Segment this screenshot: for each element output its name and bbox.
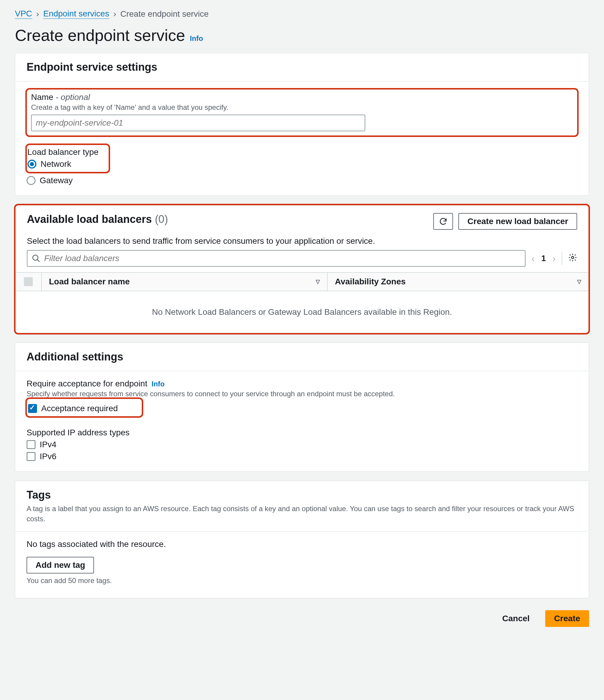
- name-optional-text: - optional: [55, 93, 90, 102]
- breadcrumb-current: Create endpoint service: [120, 9, 208, 19]
- name-input[interactable]: [31, 115, 365, 131]
- highlight-acceptance-required: Acceptance required: [25, 397, 143, 418]
- lb-type-network-label: Network: [41, 159, 71, 169]
- cancel-button[interactable]: Cancel: [494, 610, 538, 627]
- tags-panel: Tags A tag is a label that you assign to…: [15, 481, 589, 598]
- breadcrumb-endpoint-services[interactable]: Endpoint services: [43, 9, 109, 19]
- breadcrumb: VPC › Endpoint services › Create endpoin…: [15, 9, 589, 19]
- lb-count: (0): [155, 213, 168, 225]
- refresh-button[interactable]: [433, 213, 453, 230]
- settings-panel-title: Endpoint service settings: [27, 61, 577, 73]
- radio-icon[interactable]: [27, 176, 35, 185]
- name-field-label: Name - optional: [31, 93, 573, 102]
- highlight-lb-panel: Available load balancers (0) Create new …: [14, 204, 590, 334]
- acceptance-required-row[interactable]: Acceptance required: [28, 404, 118, 413]
- separator: [562, 252, 562, 265]
- highlight-lb-type: Load balancer type Network: [25, 144, 110, 173]
- col-availability-zones[interactable]: Availability Zones ▽: [327, 273, 588, 291]
- lb-type-network-row[interactable]: Network: [27, 159, 99, 169]
- page-title-info-link[interactable]: Info: [190, 34, 203, 43]
- additional-settings-title: Additional settings: [27, 351, 577, 363]
- require-acceptance-label: Require acceptance for endpoint Info: [27, 379, 577, 389]
- add-new-tag-button[interactable]: Add new tag: [27, 557, 94, 574]
- search-icon: [32, 254, 41, 263]
- checkbox-icon[interactable]: [27, 452, 35, 461]
- col-name-text: Load balancer name: [49, 277, 130, 286]
- available-load-balancers-panel: Available load balancers (0) Create new …: [15, 205, 589, 333]
- lb-filter-input[interactable]: [44, 254, 521, 263]
- footer-actions: Cancel Create: [15, 607, 589, 639]
- lb-panel-title: Available load balancers (0): [27, 213, 168, 226]
- page-next-icon[interactable]: ›: [552, 253, 556, 264]
- chevron-right-icon: ›: [36, 9, 39, 19]
- svg-point-2: [572, 256, 574, 259]
- highlight-name-field: Name - optional Create a tag with a key …: [25, 88, 579, 137]
- lb-type-gateway-label: Gateway: [40, 176, 73, 185]
- create-load-balancer-button[interactable]: Create new load balancer: [458, 213, 577, 230]
- additional-settings-panel: Additional settings Require acceptance f…: [15, 343, 589, 472]
- name-field-desc: Create a tag with a key of 'Name' and a …: [31, 103, 573, 111]
- svg-point-0: [33, 255, 38, 260]
- tags-desc: A tag is a label that you assign to an A…: [27, 504, 577, 524]
- lb-pagination: ‹ 1 ›: [531, 253, 556, 264]
- lb-type-label: Load balancer type: [27, 147, 99, 157]
- acceptance-required-label: Acceptance required: [41, 404, 118, 413]
- svg-line-1: [37, 259, 40, 262]
- ip-types-label: Supported IP address types: [27, 428, 577, 438]
- col-load-balancer-name[interactable]: Load balancer name ▽: [41, 273, 327, 291]
- sort-icon: ▽: [577, 278, 581, 285]
- name-label-text: Name: [31, 93, 53, 102]
- ipv4-label: IPv4: [40, 440, 56, 449]
- require-label-text: Require acceptance for endpoint: [27, 379, 147, 389]
- select-all-checkbox[interactable]: [24, 277, 33, 286]
- create-button[interactable]: Create: [545, 610, 589, 627]
- checkbox-icon[interactable]: [28, 404, 37, 413]
- lb-table-empty: No Network Load Balancers or Gateway Loa…: [16, 291, 588, 333]
- ipv6-row[interactable]: IPv6: [27, 452, 577, 461]
- lb-panel-desc: Select the load balancers to send traffi…: [16, 230, 588, 250]
- page-number: 1: [541, 254, 546, 263]
- tags-empty-text: No tags associated with the resource.: [27, 540, 577, 549]
- breadcrumb-vpc[interactable]: VPC: [15, 9, 32, 19]
- ipv4-row[interactable]: IPv4: [27, 440, 577, 449]
- lb-type-gateway-row[interactable]: Gateway: [27, 176, 577, 185]
- radio-icon[interactable]: [27, 160, 36, 169]
- checkbox-icon[interactable]: [27, 440, 35, 449]
- settings-gear-button[interactable]: [568, 253, 577, 264]
- require-acceptance-desc: Specify whether requests from service co…: [27, 390, 577, 398]
- col-az-text: Availability Zones: [335, 277, 406, 286]
- sort-icon: ▽: [316, 278, 320, 285]
- endpoint-service-settings-panel: Endpoint service settings Name - optiona…: [15, 53, 589, 196]
- gear-icon: [568, 253, 577, 262]
- ipv6-label: IPv6: [40, 452, 56, 461]
- lb-filter-wrap[interactable]: [27, 250, 526, 267]
- chevron-right-icon: ›: [114, 9, 116, 19]
- refresh-icon: [439, 217, 448, 226]
- page-prev-icon[interactable]: ‹: [531, 253, 535, 264]
- tags-title: Tags: [27, 489, 577, 501]
- lb-title-text: Available load balancers: [27, 213, 152, 225]
- require-acceptance-info-link[interactable]: Info: [152, 380, 165, 388]
- lb-table-header: Load balancer name ▽ Availability Zones …: [16, 272, 588, 291]
- page-title: Create endpoint service: [15, 26, 185, 45]
- tags-limit-text: You can add 50 more tags.: [27, 576, 577, 585]
